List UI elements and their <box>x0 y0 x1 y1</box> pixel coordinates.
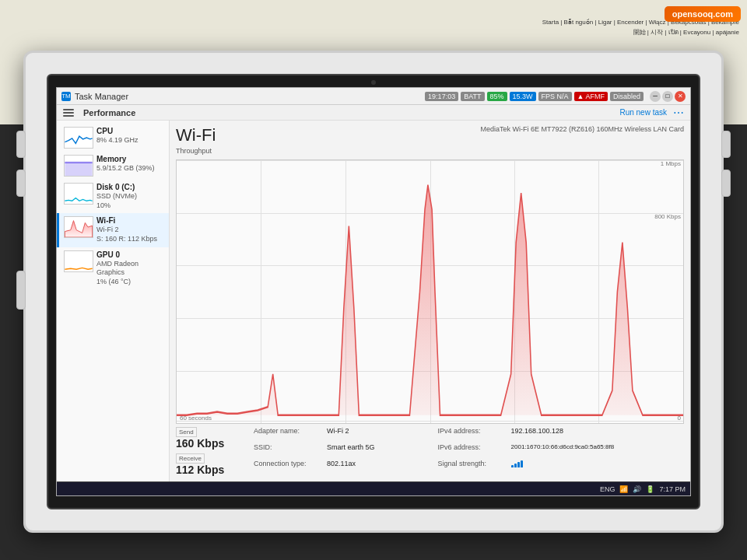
signal-val <box>511 460 523 477</box>
window-title: Task Manager <box>75 92 425 101</box>
lang-indicator: ENG <box>600 485 615 493</box>
detail-connection: Connection type: 802.11ax <box>254 460 430 477</box>
gpu-sub: AMD Radeon Graphics1% (46 °C) <box>96 260 164 287</box>
svg-rect-0 <box>65 161 92 176</box>
send-label: Send <box>176 427 197 437</box>
signal-bar-2 <box>514 464 517 467</box>
signal-bar-3 <box>517 462 520 467</box>
send-receive-section: Send 160 Kbps Receive 112 Kbps <box>176 427 246 477</box>
hamburger-icon[interactable] <box>63 109 74 117</box>
send-section: Send 160 Kbps <box>176 427 246 450</box>
throughput-chart <box>177 160 683 423</box>
signal-bar-4 <box>521 460 523 467</box>
taskbar: ENG 📶 🔊 🔋 7:17 PM <box>57 481 690 495</box>
panel-title: Wi-Fi <box>176 125 216 145</box>
ssid-key: SSID: <box>254 443 324 459</box>
task-manager-window: TM Task Manager 19:17:03 BATT 85% 15.3W … <box>56 87 691 496</box>
sidebar-item-cpu[interactable]: CPU 8% 4.19 GHz <box>57 124 169 152</box>
panel-subtitle: Throughput <box>176 147 216 155</box>
gpu-info: GPU 0 AMD Radeon Graphics1% (46 °C) <box>96 250 164 287</box>
camera-dot <box>371 80 376 85</box>
details-grid: Adapter name: Wi-Fi 2 IPv4 address: 192.… <box>254 427 614 477</box>
titlebar: TM Task Manager 19:17:03 BATT 85% 15.3W … <box>57 88 690 105</box>
afmf-val: Disabled <box>610 92 644 101</box>
connection-val: 802.11ax <box>327 460 356 477</box>
volume-taskbar-icon: 🔊 <box>633 485 641 493</box>
batt-label-pill: BATT <box>461 92 484 101</box>
detail-ipv4: IPv4 address: 192.168.100.128 <box>438 427 615 443</box>
afmf-pill: ▲ AFMF <box>574 92 608 101</box>
wifi-name: Wi-Fi <box>96 216 164 226</box>
ipv6-val: 2001:1670:10:66:d6cd:9ca0:5a65:8f8 <box>511 443 615 459</box>
menubar: Performance Run new task ⋯ <box>57 105 690 121</box>
minimize-button[interactable]: ─ <box>650 91 661 102</box>
cpu-name: CPU <box>96 127 164 136</box>
chart-area: 1 Mbps 800 Kbps 0 <box>176 159 684 424</box>
disk-sub: SSD (NVMe)10% <box>96 192 164 210</box>
memory-mini-graph <box>64 155 93 177</box>
detail-ssid: SSID: Smart earth 5G <box>254 443 430 459</box>
ssid-val: Smart earth 5G <box>327 443 375 459</box>
memory-info: Memory 5.9/15.2 GB (39%) <box>96 155 164 173</box>
window-controls[interactable]: ─ □ ✕ <box>650 91 686 102</box>
ipv6-key: IPv6 address: <box>438 443 508 459</box>
time-pill: 19:17:03 <box>425 92 458 101</box>
panel-device-name: MediaTek Wi-Fi 6E MT7922 (RZ616) 160MHz … <box>480 125 684 133</box>
disk-mini-graph <box>64 183 93 205</box>
panel-header-left: Wi-Fi Throughput <box>176 125 216 155</box>
battery-taskbar-icon: 🔋 <box>646 485 654 493</box>
svg-marker-1 <box>65 221 92 237</box>
signal-bars-icon <box>511 460 523 467</box>
section-label: Performance <box>83 108 135 117</box>
connection-key: Connection type: <box>254 460 324 477</box>
signal-key: Signal strength: <box>438 460 508 477</box>
svg-marker-2 <box>177 185 683 415</box>
cpu-info: CPU 8% 4.19 GHz <box>96 127 164 145</box>
ipv4-key: IPv4 address: <box>438 427 508 443</box>
memory-sub: 5.9/15.2 GB (39%) <box>96 164 164 173</box>
cpu-sub: 8% 4.19 GHz <box>96 136 164 145</box>
sidebar-item-disk[interactable]: Disk 0 (C:) SSD (NVMe)10% <box>57 180 169 213</box>
disk-info: Disk 0 (C:) SSD (NVMe)10% <box>96 183 164 210</box>
disk-name: Disk 0 (C:) <box>96 183 164 192</box>
detail-signal: Signal strength: <box>438 460 615 477</box>
send-value: 160 Kbps <box>176 437 246 450</box>
status-pills: 19:17:03 BATT 85% 15.3W FPS N/A ▲ AFMF D… <box>425 92 644 101</box>
maximize-button[interactable]: □ <box>662 91 673 102</box>
wifi-taskbar-icon: 📶 <box>619 485 628 493</box>
more-options-icon[interactable]: ⋯ <box>673 107 684 119</box>
bottom-info: Send 160 Kbps Receive 112 Kbps <box>176 427 684 477</box>
main-content: CPU 8% 4.19 GHz <box>57 121 690 481</box>
adapter-val: Wi-Fi 2 <box>327 427 349 443</box>
receive-value: 112 Kbps <box>176 464 246 477</box>
gpu-name: GPU 0 <box>96 250 164 260</box>
sidebar-item-wifi[interactable]: Wi-Fi Wi-Fi 2S: 160 R: 112 Kbps <box>57 213 169 247</box>
ipv4-val: 192.168.100.128 <box>511 427 564 443</box>
wifi-sub: Wi-Fi 2S: 160 R: 112 Kbps <box>96 226 164 243</box>
panel-header: Wi-Fi Throughput MediaTek Wi-Fi 6E MT792… <box>176 125 684 155</box>
detail-adapter: Adapter name: Wi-Fi 2 <box>254 427 430 443</box>
sidebar: CPU 8% 4.19 GHz <box>57 121 170 481</box>
sidebar-item-memory[interactable]: Memory 5.9/15.2 GB (39%) <box>57 152 169 180</box>
wifi-mini-graph <box>64 216 93 238</box>
fps-pill: FPS N/A <box>538 92 572 101</box>
cpu-mini-graph <box>64 127 93 149</box>
receive-section: Receive 112 Kbps <box>176 453 246 477</box>
chart-x-label: 60 seconds <box>180 415 212 422</box>
detail-ipv6: IPv6 address: 2001:1670:10:66:d6cd:9ca0:… <box>438 443 615 459</box>
batt-value-pill: 85% <box>487 92 507 101</box>
taskbar-time: 7:17 PM <box>659 485 686 493</box>
menubar-right: Run new task ⋯ <box>619 107 684 119</box>
run-new-task-link[interactable]: Run new task <box>619 108 667 117</box>
taskman-icon: TM <box>61 92 71 101</box>
right-panel: Wi-Fi Throughput MediaTek Wi-Fi 6E MT792… <box>170 121 690 481</box>
gpu-mini-graph <box>64 250 93 272</box>
receive-label: Receive <box>176 453 205 464</box>
power-pill: 15.3W <box>510 92 536 101</box>
memory-name: Memory <box>96 155 164 164</box>
signal-bar-1 <box>511 465 514 467</box>
wifi-info: Wi-Fi Wi-Fi 2S: 160 R: 112 Kbps <box>96 216 164 243</box>
adapter-key: Adapter name: <box>254 427 324 443</box>
close-button[interactable]: ✕ <box>675 91 686 102</box>
sidebar-item-gpu[interactable]: GPU 0 AMD Radeon Graphics1% (46 °C) <box>57 247 169 290</box>
